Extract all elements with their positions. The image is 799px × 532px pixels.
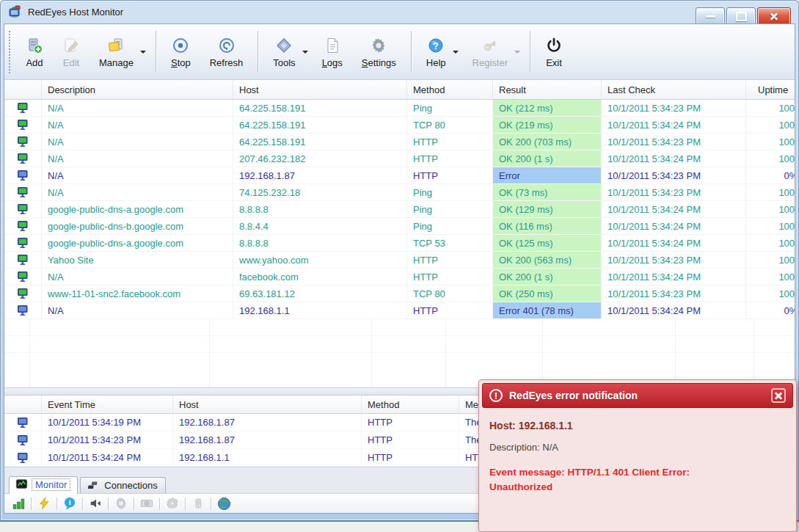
lightning-icon: [35, 496, 53, 511]
table-row[interactable]: Yahoo Site www.yahoo.com HTTP OK 200 (56…: [4, 252, 795, 269]
host-cell: 8.8.4.4: [233, 218, 407, 235]
close-icon: [769, 11, 779, 21]
toolbar-separator: [530, 31, 530, 73]
table-row[interactable]: google-public-dns-a.google.com 8.8.8.8 P…: [4, 201, 795, 218]
help-dropdown-icon[interactable]: [453, 51, 459, 54]
add-button[interactable]: Add: [16, 24, 53, 79]
result-column-header[interactable]: Result: [493, 80, 602, 99]
host-status-monitor-icon: [17, 203, 29, 215]
table-row[interactable]: N/A facebook.com HTTP OK 200 (1 s) 10/1/…: [4, 269, 795, 285]
tools-button[interactable]: Tools: [263, 24, 304, 79]
method-column-header[interactable]: Method: [407, 80, 493, 99]
icon-column-header: [4, 80, 42, 99]
speaker-icon: [87, 496, 104, 511]
description-cell: N/A: [42, 100, 233, 117]
last-check-cell: 10/1/2011 5:34:23 PM: [602, 252, 746, 269]
register-button[interactable]: Register: [463, 24, 517, 79]
last-check-cell: 10/1/2011 5:34:23 PM: [602, 285, 746, 302]
description-cell: google-public-dns-a.google.com: [42, 201, 233, 218]
result-cell: OK (73 ms): [493, 184, 602, 201]
monitor-rows: N/A 64.225.158.191 Ping OK (212 ms) 10/1…: [4, 100, 795, 319]
notification-close-button[interactable]: [771, 388, 786, 403]
result-cell: OK (219 ms): [493, 117, 602, 134]
host-cell: 74.125.232.18: [233, 184, 407, 201]
minimize-button[interactable]: [696, 7, 725, 25]
host-monitor-table: Description Host Method Result Last Chec…: [4, 80, 795, 387]
banknote-icon: [138, 496, 156, 511]
close-button[interactable]: [757, 7, 791, 25]
manage-button[interactable]: Manage: [90, 24, 143, 79]
description-cell: N/A: [42, 302, 233, 319]
table-row[interactable]: N/A 64.225.158.191 Ping OK (212 ms) 10/1…: [4, 100, 795, 117]
table-row[interactable]: N/A 207.46.232.182 HTTP OK 200 (1 s) 10/…: [4, 150, 795, 167]
host-cell: 64.225.158.191: [233, 117, 407, 134]
host-status-monitor-icon: [17, 102, 29, 114]
alert-exclamation-icon: !: [489, 389, 503, 402]
event-monitor-icon: [17, 417, 29, 429]
table-row[interactable]: N/A 64.225.158.191 TCP 80 OK (219 ms) 10…: [4, 117, 795, 134]
error-notification-popup: ! RedEyes error notification Host: 192.1…: [478, 379, 797, 532]
host-status-monitor-icon: [17, 170, 29, 181]
description-cell: N/A: [42, 184, 233, 201]
host-cell: 8.8.8.8: [233, 201, 407, 218]
toolbar-grip[interactable]: [8, 30, 11, 73]
host-cell: 8.8.8.8: [233, 235, 407, 252]
tab-monitor[interactable]: Monitor: [9, 476, 78, 494]
method-column-header[interactable]: Method: [362, 396, 459, 413]
result-cell: OK (250 ms): [493, 285, 602, 302]
description-cell: N/A: [42, 167, 233, 184]
last-check-cell: 10/1/2011 5:34:23 PM: [602, 100, 746, 117]
method-cell: TCP 53: [407, 235, 493, 252]
tab-monitor-label: Monitor: [32, 479, 70, 490]
tab-connections[interactable]: Connections: [80, 477, 165, 493]
register-dropdown-icon[interactable]: [514, 51, 520, 54]
method-cell: HTTP: [407, 302, 493, 319]
last-check-column-header[interactable]: Last Check: [602, 80, 746, 99]
table-row[interactable]: google-public-dns-a.google.com 8.8.8.8 T…: [4, 235, 795, 252]
table-row[interactable]: N/A 64.225.158.191 HTTP OK 200 (703 ms) …: [4, 134, 795, 150]
event-time-column-header[interactable]: Event Time: [42, 396, 173, 413]
host-column-header[interactable]: Host: [173, 396, 362, 413]
svg-text:i: i: [69, 498, 71, 506]
table-row[interactable]: N/A 192.168.1.1 HTTP Error 401 (78 ms) 1…: [4, 302, 795, 319]
uptime-column-header[interactable]: Uptime: [746, 80, 795, 99]
last-check-cell: 10/1/2011 5:34:24 PM: [602, 150, 746, 167]
refresh-button[interactable]: Refresh: [200, 24, 253, 79]
method-cell: HTTP: [407, 167, 493, 184]
host-column-header[interactable]: Host: [233, 80, 407, 99]
result-cell: OK 200 (703 ms): [493, 134, 602, 150]
description-cell: N/A: [42, 150, 233, 167]
uptime-cell: 100%: [746, 150, 795, 167]
phone-icon: [189, 496, 207, 511]
stop-button[interactable]: Stop: [161, 24, 200, 79]
tools-dropdown-icon[interactable]: [302, 51, 308, 54]
exit-button[interactable]: Exit: [536, 24, 572, 79]
result-cell: OK 200 (1 s): [493, 150, 602, 167]
description-cell: google-public-dns-a.google.com: [42, 235, 233, 252]
uptime-cell: 100%: [746, 184, 795, 201]
host-cell: 192.168.1.1: [233, 302, 407, 319]
last-check-cell: 10/1/2011 5:34:24 PM: [602, 117, 746, 134]
maximize-button[interactable]: [726, 7, 756, 25]
connections-blocks-icon: [87, 479, 100, 491]
table-row[interactable]: www-11-01-snc2.facebook.com 69.63.181.12…: [4, 285, 795, 302]
description-column-header[interactable]: Description: [42, 80, 233, 99]
manage-dropdown-icon[interactable]: [140, 51, 146, 54]
minimize-icon: [706, 15, 715, 18]
gear-icon: [112, 496, 130, 511]
notification-header[interactable]: ! RedEyes error notification: [482, 383, 793, 408]
help-button[interactable]: ? Help: [417, 24, 456, 79]
settings-button[interactable]: Settings: [352, 24, 406, 79]
title-bar[interactable]: RedEyes Host Monitor: [1, 1, 798, 23]
host-cell: 64.225.158.191: [233, 100, 407, 117]
edit-label: Edit: [63, 57, 79, 68]
edit-button[interactable]: Edit: [53, 24, 90, 79]
last-check-cell: 10/1/2011 5:34:24 PM: [602, 201, 746, 218]
table-row[interactable]: google-public-dns-b.google.com 8.8.4.4 P…: [4, 218, 795, 235]
table-row[interactable]: N/A 192.168.1.87 HTTP Error 10/1/2011 5:…: [4, 167, 795, 184]
host-status-monitor-icon: [17, 288, 29, 299]
event-method-cell: HTTP: [362, 414, 459, 431]
table-row[interactable]: N/A 74.125.232.18 Ping OK (73 ms) 10/1/2…: [4, 184, 795, 201]
logs-button[interactable]: Logs: [313, 24, 352, 79]
stop-icon: [172, 35, 189, 54]
